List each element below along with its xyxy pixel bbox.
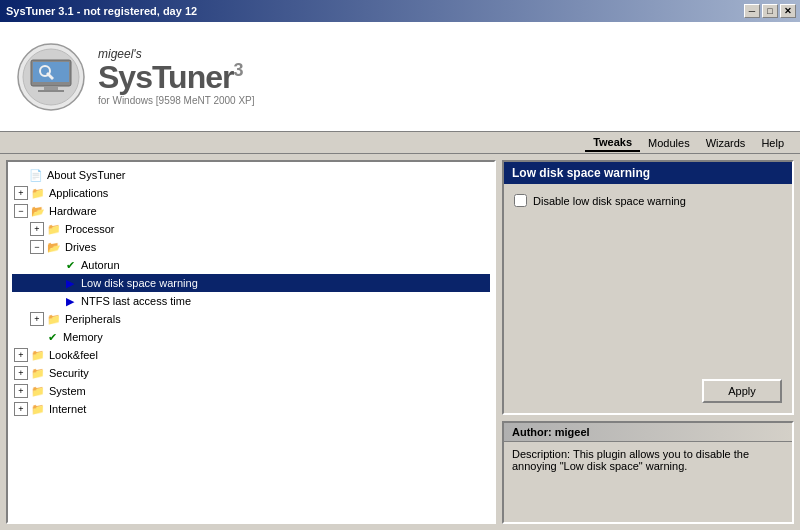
tree-label-system: System <box>49 385 86 397</box>
tree-label-low-disk: Low disk space warning <box>81 277 198 289</box>
check-icon-memory: ✔ <box>44 329 60 345</box>
version-sup: 3 <box>233 60 242 80</box>
app-logo <box>16 42 86 112</box>
settings-panel: Low disk space warning Disable low disk … <box>502 160 794 415</box>
folder-icon-processor: 📁 <box>46 221 62 237</box>
tree-label-hardware: Hardware <box>49 205 97 217</box>
author-description: Description: This plugin allows you to d… <box>504 442 792 522</box>
app-subtitle: for Windows [9598 MeNT 2000 XP] <box>98 95 255 106</box>
tree-item-peripherals[interactable]: + 📁 Peripherals <box>12 310 490 328</box>
maximize-button[interactable]: □ <box>762 4 778 18</box>
app-title-container: SysTuner3 <box>98 61 255 93</box>
expand-processor[interactable]: + <box>30 222 44 236</box>
folder-icon-security: 📁 <box>30 365 46 381</box>
settings-body: Disable low disk space warning Apply <box>504 184 792 413</box>
tree-panel[interactable]: 📄 About SysTuner + 📁 Applications − 📂 Ha… <box>6 160 496 524</box>
expand-peripherals[interactable]: + <box>30 312 44 326</box>
folder-icon-system: 📁 <box>30 383 46 399</box>
tree-label-processor: Processor <box>65 223 115 235</box>
expand-internet[interactable]: + <box>14 402 28 416</box>
title-bar: SysTuner 3.1 - not registered, day 12 ─ … <box>0 0 800 22</box>
checkbox-row: Disable low disk space warning <box>514 194 782 207</box>
tree-item-ntfs[interactable]: ▶ NTFS last access time <box>12 292 490 310</box>
expand-lookfeel[interactable]: + <box>14 348 28 362</box>
tree-label-memory: Memory <box>63 331 103 343</box>
checkbox-label[interactable]: Disable low disk space warning <box>533 195 686 207</box>
settings-title: Low disk space warning <box>504 162 792 184</box>
app-branding: migeel's SysTuner3 for Windows [9598 MeN… <box>98 47 255 106</box>
window-title: SysTuner 3.1 - not registered, day 12 <box>6 5 197 17</box>
tree-item-system[interactable]: + 📁 System <box>12 382 490 400</box>
right-panel: Low disk space warning Disable low disk … <box>502 160 794 524</box>
tree-item-memory[interactable]: ✔ Memory <box>12 328 490 346</box>
tree-label-lookfeel: Look&feel <box>49 349 98 361</box>
tree-item-internet[interactable]: + 📁 Internet <box>12 400 490 418</box>
title-bar-buttons: ─ □ ✕ <box>744 4 796 18</box>
tree-item-security[interactable]: + 📁 Security <box>12 364 490 382</box>
tree-label-security: Security <box>49 367 89 379</box>
author-panel: Author: migeel Description: This plugin … <box>502 421 794 524</box>
arrow-icon-ntfs: ▶ <box>62 293 78 309</box>
tree-item-processor[interactable]: + 📁 Processor <box>12 220 490 238</box>
tree-item-hardware[interactable]: − 📂 Hardware <box>12 202 490 220</box>
folder-icon-internet: 📁 <box>30 401 46 417</box>
tree-label-ntfs: NTFS last access time <box>81 295 191 307</box>
tree-item-low-disk[interactable]: ▶ Low disk space warning <box>12 274 490 292</box>
expand-applications[interactable]: + <box>14 186 28 200</box>
folder-icon-peripherals: 📁 <box>46 311 62 327</box>
folder-icon-hardware: 📂 <box>30 203 46 219</box>
tree-item-applications[interactable]: + 📁 Applications <box>12 184 490 202</box>
menu-tweaks[interactable]: Tweaks <box>585 134 640 152</box>
folder-icon-lookfeel: 📁 <box>30 347 46 363</box>
tree-item-autorun[interactable]: ✔ Autorun <box>12 256 490 274</box>
author-title: Author: migeel <box>504 423 792 442</box>
menu-bar: Tweaks Modules Wizards Help <box>0 132 800 154</box>
app-header: migeel's SysTuner3 for Windows [9598 MeN… <box>0 22 800 132</box>
disable-warning-checkbox[interactable] <box>514 194 527 207</box>
tree-item-lookfeel[interactable]: + 📁 Look&feel <box>12 346 490 364</box>
minimize-button[interactable]: ─ <box>744 4 760 18</box>
menu-wizards[interactable]: Wizards <box>698 135 754 151</box>
doc-icon: 📄 <box>28 167 44 183</box>
menu-help[interactable]: Help <box>753 135 792 151</box>
menu-modules[interactable]: Modules <box>640 135 698 151</box>
expand-drives[interactable]: − <box>30 240 44 254</box>
check-icon-autorun: ✔ <box>62 257 78 273</box>
tree-label-internet: Internet <box>49 403 86 415</box>
folder-icon-applications: 📁 <box>30 185 46 201</box>
main-content: 📄 About SysTuner + 📁 Applications − 📂 Ha… <box>0 154 800 530</box>
close-button[interactable]: ✕ <box>780 4 796 18</box>
tree-label-applications: Applications <box>49 187 108 199</box>
expand-hardware[interactable]: − <box>14 204 28 218</box>
tree-label-drives: Drives <box>65 241 96 253</box>
tree-label-autorun: Autorun <box>81 259 120 271</box>
apply-button[interactable]: Apply <box>702 379 782 403</box>
tree-item-about[interactable]: 📄 About SysTuner <box>12 166 490 184</box>
tree-label-peripherals: Peripherals <box>65 313 121 325</box>
tree-label-about: About SysTuner <box>47 169 125 181</box>
expand-system[interactable]: + <box>14 384 28 398</box>
svg-rect-4 <box>44 86 58 90</box>
arrow-icon-low-disk: ▶ <box>62 275 78 291</box>
expand-security[interactable]: + <box>14 366 28 380</box>
tree-item-drives[interactable]: − 📂 Drives <box>12 238 490 256</box>
app-title: SysTuner3 <box>98 59 242 95</box>
folder-icon-drives: 📂 <box>46 239 62 255</box>
svg-rect-5 <box>38 90 64 92</box>
